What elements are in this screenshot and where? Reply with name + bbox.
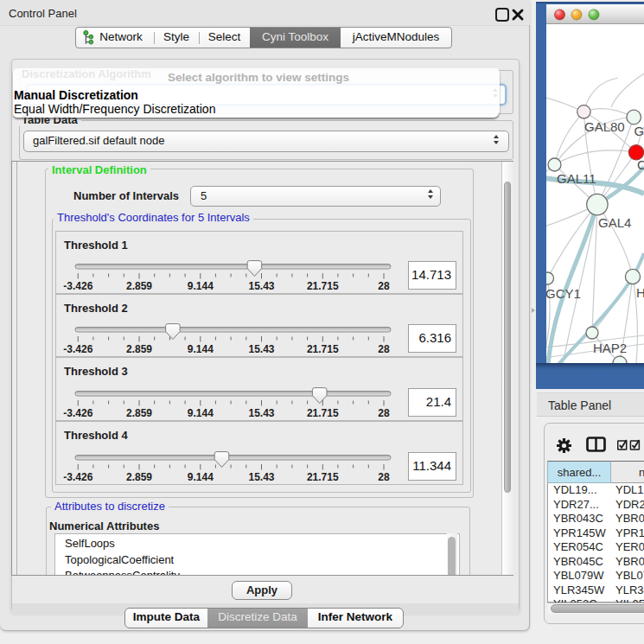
svg-text:GAL4: GAL4 [598, 215, 631, 230]
svg-text:HAP2: HAP2 [593, 341, 627, 355]
svg-text:HI: HI [636, 285, 644, 300]
svg-text:GAL11: GAL11 [557, 171, 596, 186]
svg-text:GA: GA [634, 124, 644, 138]
svg-text:GCY1: GCY1 [545, 286, 581, 301]
svg-text:C: C [637, 157, 644, 172]
svg-text:GAL80: GAL80 [584, 119, 625, 134]
